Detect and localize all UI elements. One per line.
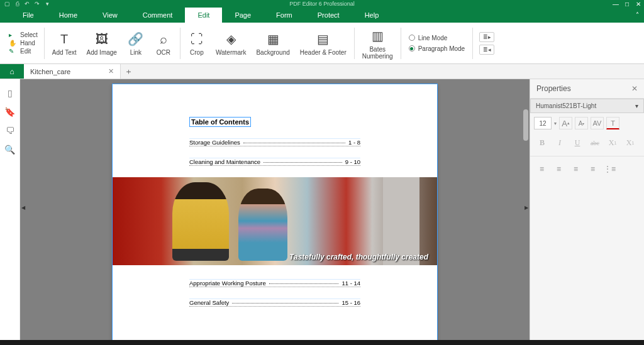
doc-tab[interactable]: Kitchen_care ✕	[24, 64, 121, 79]
btn-header-footer[interactable]: ▤Header & Footer	[295, 23, 352, 63]
menu-page[interactable]: Page	[222, 8, 264, 23]
new-tab-button[interactable]: ＋	[121, 64, 136, 79]
menu-file[interactable]: File	[10, 8, 47, 23]
align-center-button[interactable]: ≡	[551, 163, 567, 175]
char-spacing-button[interactable]: AV	[591, 117, 604, 129]
menu-home[interactable]: Home	[47, 8, 90, 23]
next-page-arrow[interactable]: ▶	[525, 205, 528, 211]
properties-title: Properties	[536, 84, 571, 93]
print-icon[interactable]: ⎙	[13, 1, 21, 7]
bates-icon: ▥	[369, 27, 386, 45]
doc-tab-label: Kitchen_care	[30, 68, 70, 75]
menu-view[interactable]: View	[90, 8, 130, 23]
bold-button[interactable]: B	[534, 136, 550, 150]
btn-ocr[interactable]: ⌕OCR	[150, 23, 177, 63]
btn-add-image[interactable]: 🖼Add Image	[82, 23, 122, 63]
ocr-icon: ⌕	[155, 30, 172, 48]
font-color-button[interactable]: T	[606, 117, 619, 129]
home-tab-button[interactable]: ⌂	[0, 64, 24, 79]
app-title: PDF Editor 6 Professional	[289, 1, 355, 7]
document-image[interactable]: Tastefully crafted, thoughtfully created	[113, 177, 437, 265]
align-justify-button[interactable]: ≡	[585, 163, 601, 175]
align-right-button[interactable]: ≡	[568, 163, 584, 175]
menu-edit[interactable]: Edit	[185, 8, 222, 23]
mode-paragraph[interactable]: Paragraph Mode	[409, 45, 465, 52]
strike-button[interactable]: abc	[587, 136, 603, 150]
menu-comment[interactable]: Comment	[130, 8, 186, 23]
toc-row[interactable]: Storage Guidelines1 - 8	[189, 138, 360, 146]
properties-panel: Properties ✕ Humanist521BT-Light▾ 12 ▾ A…	[530, 79, 644, 340]
btn-watermark[interactable]: ◈Watermark	[211, 23, 252, 63]
cursor-icon: ▸	[9, 31, 18, 38]
canvas[interactable]: ◀ ▶ Table of Contents Storage Guidelines…	[20, 79, 530, 340]
btn-bates[interactable]: ▥Bates Numbering	[357, 23, 398, 63]
radio-icon	[409, 35, 415, 41]
subscript-button[interactable]: X1	[622, 136, 638, 150]
page-selected[interactable]: Table of Contents Storage Guidelines1 - …	[113, 84, 437, 340]
menu-form[interactable]: Form	[264, 8, 305, 23]
thumbnails-icon[interactable]: ▯	[8, 88, 13, 98]
maximize-button[interactable]: □	[621, 0, 633, 8]
scrollbar-thumb[interactable]	[523, 109, 528, 141]
search-icon[interactable]: 🔍	[4, 145, 15, 155]
indent-right-button[interactable]: ≣◂	[479, 45, 494, 55]
quick-access-toolbar: ▢ ⎙ ↶ ↷ ▾	[3, 1, 52, 7]
header-footer-icon: ▤	[314, 30, 332, 48]
tool-edit[interactable]: ✎Edit	[9, 48, 38, 55]
tool-select[interactable]: ▸Select	[9, 31, 38, 38]
menu-help[interactable]: Help	[352, 8, 392, 23]
document-tabs: ⌂ Kitchen_care ✕ ＋	[0, 64, 644, 79]
font-select[interactable]: Humanist521BT-Light▾	[530, 99, 644, 113]
toc-row[interactable]: Cleaning and Maintenance9 - 10	[189, 158, 360, 166]
ribbon: ▸Select ✋Hand ✎Edit TAdd Text 🖼Add Image…	[0, 23, 644, 64]
redo-icon[interactable]: ↷	[33, 1, 42, 7]
close-tab-icon[interactable]: ✕	[108, 67, 114, 75]
hand-icon: ✋	[9, 40, 18, 47]
list-button[interactable]: ⋮≡	[602, 163, 618, 175]
undo-icon[interactable]: ↶	[23, 1, 31, 7]
size-dropdown-icon[interactable]: ▾	[554, 121, 557, 126]
status-bar	[0, 340, 644, 345]
tool-hand[interactable]: ✋Hand	[9, 40, 38, 47]
italic-button[interactable]: I	[552, 136, 568, 150]
image-icon: 🖼	[93, 30, 111, 48]
underline-button[interactable]: U	[569, 136, 586, 150]
collapse-ribbon-icon[interactable]: ˄	[636, 11, 639, 18]
close-button[interactable]: ✕	[633, 0, 644, 8]
btn-crop[interactable]: ⛶Crop	[183, 23, 211, 63]
increase-font-button[interactable]: A▴	[559, 117, 572, 129]
superscript-button[interactable]: X1	[604, 136, 621, 150]
radio-icon	[409, 45, 415, 52]
btn-add-text[interactable]: TAdd Text	[47, 23, 82, 63]
prev-page-arrow[interactable]: ◀	[21, 205, 25, 211]
decrease-font-button[interactable]: A▾	[575, 117, 588, 129]
left-rail: ▯ 🔖 🗨 🔍	[0, 79, 20, 340]
image-caption: Tastefully crafted, thoughtfully created	[289, 253, 428, 261]
comments-icon[interactable]: 🗨	[6, 126, 14, 136]
title-bar: ▢ ⎙ ↶ ↷ ▾ PDF Editor 6 Professional — □ …	[0, 0, 644, 8]
text-icon: T	[55, 30, 73, 48]
bookmarks-icon[interactable]: 🔖	[4, 107, 15, 117]
btn-link[interactable]: 🔗Link	[122, 23, 150, 63]
crop-icon: ⛶	[188, 30, 206, 48]
toc-row[interactable]: Appropriate Working Posture11 - 14	[189, 279, 360, 287]
qat-dropdown-icon[interactable]: ▾	[43, 1, 52, 7]
save-icon[interactable]: ▢	[3, 1, 11, 7]
mode-line[interactable]: Line Mode	[409, 35, 465, 41]
btn-background[interactable]: ▦Background	[251, 23, 294, 63]
toc-row[interactable]: General Safety15 - 16	[189, 298, 360, 307]
background-icon: ▦	[264, 30, 282, 48]
toc-title[interactable]: Table of Contents	[189, 117, 251, 127]
close-panel-icon[interactable]: ✕	[631, 84, 638, 93]
indent-left-button[interactable]: ≣▸	[479, 32, 494, 42]
chevron-down-icon: ▾	[635, 102, 638, 109]
minimize-button[interactable]: —	[610, 0, 621, 8]
font-size-input[interactable]: 12	[534, 117, 552, 129]
pencil-icon: ✎	[9, 48, 18, 55]
watermark-icon: ◈	[222, 30, 240, 48]
link-icon: 🔗	[127, 30, 145, 48]
menu-protect[interactable]: Protect	[305, 8, 352, 23]
menu-bar: File Home View Comment Edit Page Form Pr…	[0, 8, 644, 23]
align-left-button[interactable]: ≡	[534, 163, 550, 175]
